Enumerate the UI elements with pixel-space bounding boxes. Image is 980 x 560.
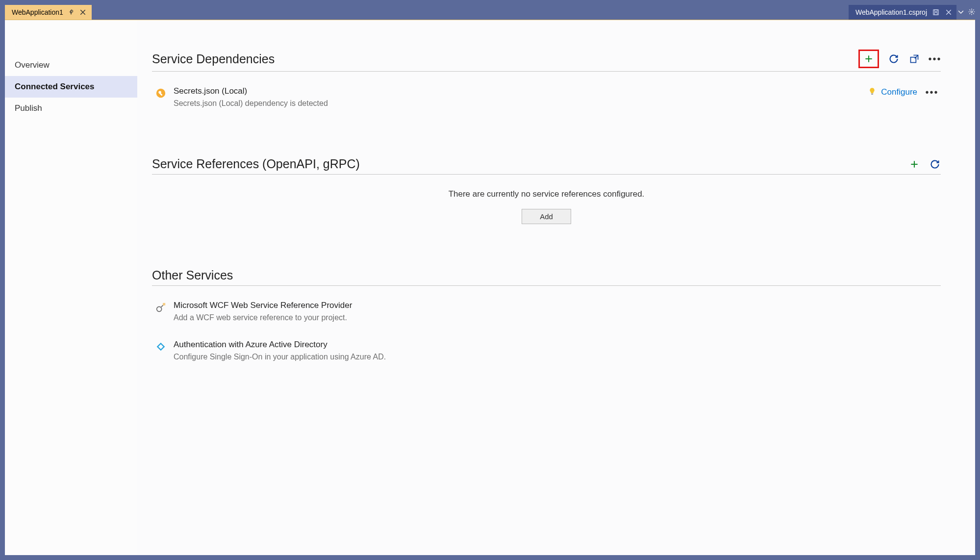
expand-icon[interactable] — [908, 53, 920, 65]
sidebar-item-label: Publish — [15, 103, 42, 113]
service-references-section: Service References (OpenAPI, gRPC) There… — [152, 157, 941, 224]
bulb-icon — [868, 87, 876, 97]
plus-icon[interactable] — [863, 53, 875, 65]
save-icon[interactable] — [932, 8, 940, 16]
svg-point-8 — [971, 11, 973, 13]
main-content: Service Dependencies • — [137, 20, 975, 555]
configure-label: Configure — [881, 87, 917, 97]
other-desc: Configure Single Sign-On in your applica… — [174, 353, 386, 361]
gear-icon[interactable] — [968, 8, 975, 17]
other-service-item[interactable]: Microsoft WCF Web Service Reference Prov… — [152, 296, 941, 327]
tab-strip: WebApplication1 WebApplication1.csproj — [5, 5, 975, 20]
service-dependencies-section: Service Dependencies • — [152, 50, 941, 113]
sidebar-item-label: Overview — [15, 60, 50, 70]
sidebar-item-publish[interactable]: Publish — [5, 98, 137, 119]
svg-rect-4 — [934, 10, 937, 12]
more-icon[interactable]: ••• — [926, 86, 938, 98]
dependency-title: Secrets.json (Local) — [174, 86, 868, 96]
sidebar-item-connected-services[interactable]: Connected Services — [5, 76, 137, 98]
svg-point-19 — [157, 306, 162, 311]
wcf-icon — [155, 302, 167, 313]
configure-link[interactable]: Configure — [868, 87, 917, 97]
svg-rect-16 — [871, 94, 873, 95]
tab-label: WebApplication1 — [12, 8, 63, 16]
plus-icon[interactable] — [908, 158, 920, 170]
empty-message: There are currently no service reference… — [152, 189, 941, 199]
azure-ad-icon — [155, 341, 167, 353]
sidebar-item-label: Connected Services — [15, 82, 95, 91]
svg-rect-5 — [934, 13, 937, 15]
sidebar-item-overview[interactable]: Overview — [5, 54, 137, 76]
section-title: Service Dependencies — [152, 52, 275, 66]
chevron-down-icon[interactable] — [958, 9, 963, 16]
secrets-icon — [155, 87, 167, 99]
other-services-section: Other Services Microsoft WCF Web Service… — [152, 268, 941, 366]
other-desc: Add a WCF web service reference to your … — [174, 313, 352, 322]
other-service-item[interactable]: Authentication with Azure Active Directo… — [152, 335, 941, 366]
section-title: Other Services — [152, 268, 233, 282]
refresh-icon[interactable] — [929, 158, 941, 170]
other-title: Authentication with Azure Active Directo… — [174, 340, 386, 350]
svg-line-12 — [915, 55, 918, 59]
sidebar: Overview Connected Services Publish — [5, 20, 137, 555]
dependency-item: Secrets.json (Local) Secrets.json (Local… — [152, 81, 941, 113]
more-icon[interactable]: ••• — [929, 53, 941, 65]
other-title: Microsoft WCF Web Service Reference Prov… — [174, 301, 352, 310]
tab-right-label: WebApplication1.csproj — [855, 8, 927, 16]
tab-csproj[interactable]: WebApplication1.csproj — [849, 5, 956, 20]
pin-icon[interactable] — [67, 8, 75, 16]
tab-webapplication1[interactable]: WebApplication1 — [5, 5, 92, 20]
close-icon[interactable] — [79, 8, 87, 16]
close-icon[interactable] — [945, 8, 953, 16]
dependency-desc: Secrets.json (Local) dependency is detec… — [174, 99, 868, 108]
add-dependency-highlight — [858, 50, 879, 68]
svg-rect-20 — [163, 303, 165, 305]
section-title: Service References (OpenAPI, gRPC) — [152, 157, 360, 171]
refresh-icon[interactable] — [888, 53, 900, 65]
add-button[interactable]: Add — [522, 209, 571, 224]
